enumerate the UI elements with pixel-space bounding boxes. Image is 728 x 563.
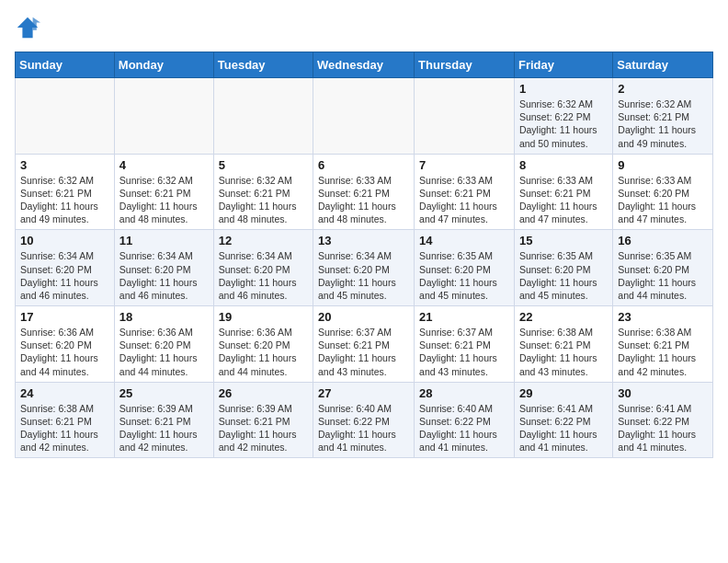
day-info: Sunrise: 6:36 AM Sunset: 6:20 PM Dayligh… bbox=[119, 326, 209, 378]
day-number: 2 bbox=[618, 82, 708, 96]
day-number: 15 bbox=[519, 234, 608, 247]
day-number: 13 bbox=[318, 234, 409, 247]
day-info: Sunrise: 6:32 AM Sunset: 6:22 PM Dayligh… bbox=[519, 98, 608, 150]
day-info: Sunrise: 6:39 AM Sunset: 6:21 PM Dayligh… bbox=[119, 402, 209, 454]
day-number: 4 bbox=[119, 158, 209, 172]
day-number: 6 bbox=[318, 158, 409, 172]
calendar-cell: 22Sunrise: 6:38 AM Sunset: 6:21 PM Dayli… bbox=[514, 306, 612, 383]
day-info: Sunrise: 6:33 AM Sunset: 6:20 PM Dayligh… bbox=[618, 174, 708, 226]
calendar-cell bbox=[114, 78, 213, 155]
calendar-cell: 12Sunrise: 6:34 AM Sunset: 6:20 PM Dayli… bbox=[213, 230, 313, 306]
day-number: 5 bbox=[219, 158, 308, 172]
weekday-header: Sunday bbox=[16, 52, 115, 78]
calendar-cell: 18Sunrise: 6:36 AM Sunset: 6:20 PM Dayli… bbox=[114, 306, 213, 383]
calendar-cell: 13Sunrise: 6:34 AM Sunset: 6:20 PM Dayli… bbox=[313, 230, 415, 306]
day-info: Sunrise: 6:40 AM Sunset: 6:22 PM Dayligh… bbox=[419, 402, 509, 454]
day-number: 9 bbox=[618, 158, 708, 172]
calendar-cell: 29Sunrise: 6:41 AM Sunset: 6:22 PM Dayli… bbox=[514, 382, 612, 458]
day-info: Sunrise: 6:41 AM Sunset: 6:22 PM Dayligh… bbox=[519, 402, 608, 454]
calendar-cell: 30Sunrise: 6:41 AM Sunset: 6:22 PM Dayli… bbox=[613, 382, 713, 458]
weekday-header: Wednesday bbox=[313, 52, 415, 78]
day-info: Sunrise: 6:32 AM Sunset: 6:21 PM Dayligh… bbox=[219, 174, 308, 226]
calendar-cell: 3Sunrise: 6:32 AM Sunset: 6:21 PM Daylig… bbox=[16, 154, 115, 230]
day-number: 11 bbox=[119, 234, 209, 247]
calendar-cell: 23Sunrise: 6:38 AM Sunset: 6:21 PM Dayli… bbox=[613, 306, 713, 383]
day-info: Sunrise: 6:38 AM Sunset: 6:21 PM Dayligh… bbox=[20, 402, 109, 454]
calendar-cell: 4Sunrise: 6:32 AM Sunset: 6:21 PM Daylig… bbox=[114, 154, 213, 230]
day-info: Sunrise: 6:34 AM Sunset: 6:20 PM Dayligh… bbox=[20, 249, 109, 302]
calendar-table: SundayMondayTuesdayWednesdayThursdayFrid… bbox=[15, 52, 713, 458]
calendar-cell: 16Sunrise: 6:35 AM Sunset: 6:20 PM Dayli… bbox=[613, 230, 713, 306]
calendar-cell bbox=[213, 78, 313, 155]
calendar-header-row: SundayMondayTuesdayWednesdayThursdayFrid… bbox=[16, 52, 713, 78]
logo-icon bbox=[15, 15, 40, 40]
day-number: 19 bbox=[219, 310, 308, 324]
calendar-cell: 25Sunrise: 6:39 AM Sunset: 6:21 PM Dayli… bbox=[114, 382, 213, 458]
weekday-header: Friday bbox=[514, 52, 612, 78]
calendar-cell: 17Sunrise: 6:36 AM Sunset: 6:20 PM Dayli… bbox=[16, 306, 115, 383]
day-info: Sunrise: 6:38 AM Sunset: 6:21 PM Dayligh… bbox=[618, 326, 708, 378]
calendar-week-row: 1Sunrise: 6:32 AM Sunset: 6:22 PM Daylig… bbox=[16, 78, 713, 155]
calendar-cell: 5Sunrise: 6:32 AM Sunset: 6:21 PM Daylig… bbox=[213, 154, 313, 230]
calendar-cell: 9Sunrise: 6:33 AM Sunset: 6:20 PM Daylig… bbox=[613, 154, 713, 230]
calendar-cell: 15Sunrise: 6:35 AM Sunset: 6:20 PM Dayli… bbox=[514, 230, 612, 306]
day-info: Sunrise: 6:36 AM Sunset: 6:20 PM Dayligh… bbox=[20, 326, 109, 378]
day-number: 27 bbox=[318, 386, 409, 400]
svg-marker-1 bbox=[33, 17, 40, 30]
day-number: 7 bbox=[419, 158, 509, 172]
day-number: 25 bbox=[119, 386, 209, 400]
calendar-cell: 7Sunrise: 6:33 AM Sunset: 6:21 PM Daylig… bbox=[415, 154, 515, 230]
calendar-week-row: 24Sunrise: 6:38 AM Sunset: 6:21 PM Dayli… bbox=[16, 382, 713, 458]
logo bbox=[15, 15, 44, 40]
calendar-cell: 27Sunrise: 6:40 AM Sunset: 6:22 PM Dayli… bbox=[313, 382, 415, 458]
calendar-cell: 6Sunrise: 6:33 AM Sunset: 6:21 PM Daylig… bbox=[313, 154, 415, 230]
calendar-week-row: 10Sunrise: 6:34 AM Sunset: 6:20 PM Dayli… bbox=[16, 230, 713, 306]
weekday-header: Monday bbox=[114, 52, 213, 78]
day-info: Sunrise: 6:37 AM Sunset: 6:21 PM Dayligh… bbox=[419, 326, 509, 378]
calendar-cell: 10Sunrise: 6:34 AM Sunset: 6:20 PM Dayli… bbox=[16, 230, 115, 306]
day-number: 22 bbox=[519, 310, 608, 324]
day-number: 26 bbox=[219, 386, 308, 400]
weekday-header: Tuesday bbox=[213, 52, 313, 78]
day-number: 3 bbox=[20, 158, 109, 172]
day-number: 30 bbox=[618, 386, 708, 400]
day-number: 20 bbox=[318, 310, 409, 324]
day-number: 28 bbox=[419, 386, 509, 400]
day-number: 16 bbox=[618, 234, 708, 247]
day-info: Sunrise: 6:33 AM Sunset: 6:21 PM Dayligh… bbox=[419, 174, 509, 226]
day-info: Sunrise: 6:38 AM Sunset: 6:21 PM Dayligh… bbox=[519, 326, 608, 378]
day-info: Sunrise: 6:33 AM Sunset: 6:21 PM Dayligh… bbox=[519, 174, 608, 226]
day-info: Sunrise: 6:32 AM Sunset: 6:21 PM Dayligh… bbox=[618, 98, 708, 150]
weekday-header: Thursday bbox=[415, 52, 515, 78]
day-info: Sunrise: 6:35 AM Sunset: 6:20 PM Dayligh… bbox=[519, 249, 608, 302]
calendar-cell bbox=[313, 78, 415, 155]
day-info: Sunrise: 6:34 AM Sunset: 6:20 PM Dayligh… bbox=[318, 249, 409, 302]
day-number: 23 bbox=[618, 310, 708, 324]
day-number: 21 bbox=[419, 310, 509, 324]
day-number: 17 bbox=[20, 310, 109, 324]
calendar-week-row: 17Sunrise: 6:36 AM Sunset: 6:20 PM Dayli… bbox=[16, 306, 713, 383]
day-info: Sunrise: 6:37 AM Sunset: 6:21 PM Dayligh… bbox=[318, 326, 409, 378]
day-info: Sunrise: 6:34 AM Sunset: 6:20 PM Dayligh… bbox=[119, 249, 209, 302]
day-number: 18 bbox=[119, 310, 209, 324]
day-info: Sunrise: 6:35 AM Sunset: 6:20 PM Dayligh… bbox=[618, 249, 708, 302]
day-info: Sunrise: 6:34 AM Sunset: 6:20 PM Dayligh… bbox=[219, 249, 308, 302]
page-header bbox=[15, 15, 713, 40]
calendar-cell: 2Sunrise: 6:32 AM Sunset: 6:21 PM Daylig… bbox=[613, 78, 713, 155]
calendar-cell: 19Sunrise: 6:36 AM Sunset: 6:20 PM Dayli… bbox=[213, 306, 313, 383]
calendar-cell: 8Sunrise: 6:33 AM Sunset: 6:21 PM Daylig… bbox=[514, 154, 612, 230]
day-info: Sunrise: 6:41 AM Sunset: 6:22 PM Dayligh… bbox=[618, 402, 708, 454]
calendar-cell: 11Sunrise: 6:34 AM Sunset: 6:20 PM Dayli… bbox=[114, 230, 213, 306]
calendar-cell bbox=[415, 78, 515, 155]
calendar-cell: 14Sunrise: 6:35 AM Sunset: 6:20 PM Dayli… bbox=[415, 230, 515, 306]
calendar-cell: 28Sunrise: 6:40 AM Sunset: 6:22 PM Dayli… bbox=[415, 382, 515, 458]
day-info: Sunrise: 6:32 AM Sunset: 6:21 PM Dayligh… bbox=[20, 174, 109, 226]
day-number: 1 bbox=[519, 82, 608, 96]
day-number: 8 bbox=[519, 158, 608, 172]
day-number: 14 bbox=[419, 234, 509, 247]
calendar-cell: 20Sunrise: 6:37 AM Sunset: 6:21 PM Dayli… bbox=[313, 306, 415, 383]
calendar-cell bbox=[16, 78, 115, 155]
day-info: Sunrise: 6:36 AM Sunset: 6:20 PM Dayligh… bbox=[219, 326, 308, 378]
calendar-cell: 21Sunrise: 6:37 AM Sunset: 6:21 PM Dayli… bbox=[415, 306, 515, 383]
day-number: 24 bbox=[20, 386, 109, 400]
